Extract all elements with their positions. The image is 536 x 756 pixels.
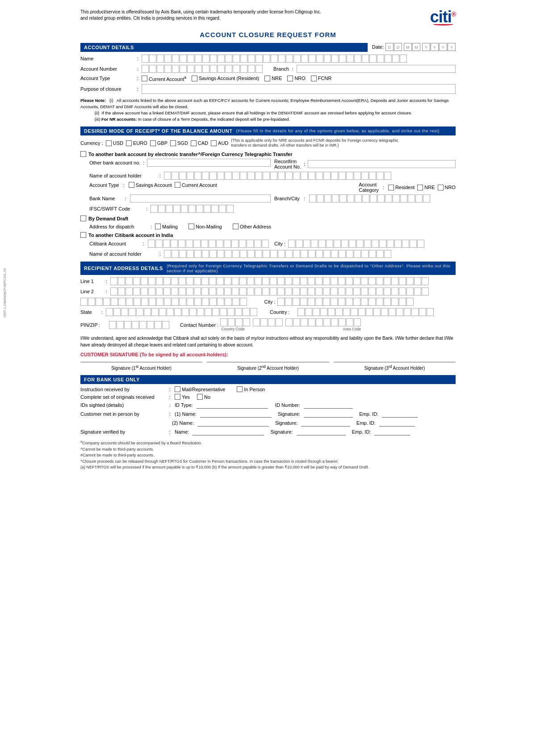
acct-type-savings[interactable]: Savings Account (129, 182, 172, 188)
line2-row: Line 2 : (80, 287, 456, 296)
verified-empid-field[interactable] (374, 428, 410, 435)
addr-other[interactable]: Other Address (233, 224, 271, 229)
account-type-row: Account Type : Current Accounta Savings … (80, 75, 456, 82)
account-number-boxes (142, 65, 263, 73)
sig-verified-row: Signature verified by : Name: Signature:… (80, 428, 456, 435)
verified-sig-field[interactable] (297, 428, 346, 435)
account-type-savings[interactable]: Savings Account (Resident) (192, 76, 259, 81)
instruction-row: Instruction received by : Mail/Represent… (80, 386, 456, 392)
name-holder-1-row: Name of account holder : (89, 172, 456, 180)
addr-non-mailing[interactable]: Non-Mailing (188, 224, 222, 229)
account-type-current[interactable]: Current Accounta (142, 75, 186, 82)
line1-row: Line 1 : (80, 277, 456, 285)
bank-account-reconfirm-row: Other bank account no. : ReconfirmAccoun… (89, 159, 456, 169)
currency-usd[interactable]: USD (106, 140, 123, 146)
purpose-input[interactable] (142, 84, 456, 94)
bank-name-branch-row: Bank Name : Branch/City : (89, 194, 456, 203)
met-name-2-field[interactable] (197, 419, 269, 427)
other-bank-account-input[interactable] (147, 159, 271, 167)
acct-cat-resident[interactable]: Resident (388, 185, 415, 190)
date-row: Date: D D M M Y Y Y Y (372, 43, 456, 51)
acct-type-current[interactable]: Current Account (175, 182, 217, 188)
currency-euro[interactable]: EURO (126, 140, 147, 146)
citibank-account-city-row: Citibank Account : City : (89, 240, 456, 248)
citibank-details: Citibank Account : City : Name of accoun… (89, 240, 456, 258)
name-char-boxes (142, 55, 456, 63)
customer-met-row-2: (2) Name: Signature: Emp. ID: (172, 419, 456, 427)
addr-mailing[interactable]: Mailing (155, 224, 178, 229)
id-number-field[interactable] (304, 401, 353, 409)
currency-gbp[interactable]: GBP (150, 140, 168, 146)
currency-row: Currency : USD EURO GBP SGD CAD AUD (Thi… (80, 138, 456, 148)
branch-input[interactable] (297, 65, 456, 73)
desired-mode-header: DESIRED MODE OF RECEIPT* OF THE BALANCE … (80, 127, 456, 135)
acct-cat-nro[interactable]: NRO (438, 185, 456, 190)
sig-label-2: Signature (2nd Account Holder) (237, 364, 299, 371)
sig-label-3: Signature (3rd Account Holder) (364, 364, 425, 371)
bank-name-input[interactable] (130, 194, 271, 203)
sig-label-1: Signature (1st Account Holder) (111, 364, 172, 371)
footer-notes: aCompany accounts should be accompanied … (80, 439, 456, 471)
currency-sgd[interactable]: SGD (170, 140, 188, 146)
acct-type-category-row: Account Type : Savings Account Current A… (89, 182, 456, 193)
acct-cat-nre[interactable]: NRE (417, 185, 435, 190)
pinzip-contact-row: PIN/ZIP : Contact Number : Country Code … (80, 318, 456, 331)
account-details-section: ACCOUNT DETAILS Date: D D M M Y Y Y Y Na… (80, 43, 456, 123)
bank-use-header: FOR BANK USE ONLY (80, 375, 456, 384)
met-name-1-field[interactable] (200, 410, 272, 418)
id-type-field[interactable] (197, 401, 268, 409)
customer-signature-section: CUSTOMER SIGNATURE (To be signed by all … (80, 352, 456, 371)
account-type-nro[interactable]: NRO (287, 76, 305, 81)
ifsc-row: IFSC/SWIFT Code : (89, 205, 456, 213)
purpose-row: Purpose of closure : (80, 84, 456, 94)
account-number-branch-row: Account Number : Branch : (80, 65, 456, 73)
met-empid-2-field[interactable] (379, 419, 415, 427)
bank-use-section: FOR BANK USE ONLY Instruction received b… (80, 375, 456, 435)
verified-name-field[interactable] (193, 428, 264, 435)
electronic-transfer-option: To another bank account by electronic tr… (80, 151, 456, 157)
name-row: Name : (80, 55, 456, 63)
signature-boxes-row: Signature (1st Account Holder) Signature… (80, 362, 456, 371)
form-title: ACCOUNT CLOSURE REQUEST FORM (80, 31, 456, 38)
statement-text: I/We understand, agree and acknowledge t… (80, 335, 456, 348)
date-boxes: D D M M Y Y Y Y (385, 43, 456, 51)
originals-row: Complete set of originals received : Yes… (80, 394, 456, 400)
currency-aud[interactable]: AUD (211, 140, 228, 146)
city-row: City : (80, 298, 456, 306)
address-dispatch-row: Address for dispatch : Mailing Non-Maili… (89, 224, 456, 229)
citi-logo: citi® (430, 9, 456, 25)
recipient-address-section: RECIPIENT ADDRESS DETAILS (Required only… (80, 262, 456, 331)
page-header: This product/service is offered/issued b… (80, 9, 456, 25)
customer-met-row-1: Customer met in person by : (1) Name: Si… (80, 410, 456, 418)
name-holder-1-boxes (164, 172, 456, 180)
demand-draft-option: By Demand Draft (80, 215, 456, 221)
account-type-nre[interactable]: NRE (264, 76, 282, 81)
electronic-transfer-details: Other bank account no. : ReconfirmAccoun… (89, 159, 456, 213)
met-sig-1-field[interactable] (304, 410, 353, 418)
account-type-fcnr[interactable]: FCNR (311, 76, 332, 81)
demand-draft-details: Address for dispatch : Mailing Non-Maili… (89, 224, 456, 229)
desired-mode-section: DESIRED MODE OF RECEIPT* OF THE BALANCE … (80, 127, 456, 258)
sig-box-2 (207, 362, 329, 363)
met-empid-1-field[interactable] (382, 410, 418, 418)
orig-yes[interactable]: Yes (175, 394, 190, 400)
met-sig-2-field[interactable] (301, 419, 350, 427)
orig-no[interactable]: No (197, 394, 210, 400)
please-note: Please Note: (i) All accounts linked to … (80, 97, 456, 123)
account-details-header: ACCOUNT DETAILS (80, 43, 368, 52)
customer-sig-label: CUSTOMER SIGNATURE (To be signed by all … (80, 352, 456, 357)
disclaimer-text: This product/service is offered/issued b… (80, 9, 321, 21)
reconfirm-account-input[interactable] (308, 160, 456, 168)
recipient-header: RECIPIENT ADDRESS DETAILS (Required only… (80, 262, 456, 275)
ids-row: IDs sighted (details) : ID Type: ID Numb… (80, 401, 456, 409)
citibank-option: To another Citibank account in India (80, 232, 456, 238)
name-holder-2-row: Name of account holder : (89, 250, 456, 258)
currency-cad[interactable]: CAD (191, 140, 208, 146)
instr-mail[interactable]: Mail/Representative (175, 386, 225, 392)
state-country-row: State : Country : (80, 308, 456, 316)
sig-box-1 (80, 362, 202, 363)
instr-person[interactable]: In Person (237, 386, 265, 392)
sig-box-3 (334, 362, 456, 363)
